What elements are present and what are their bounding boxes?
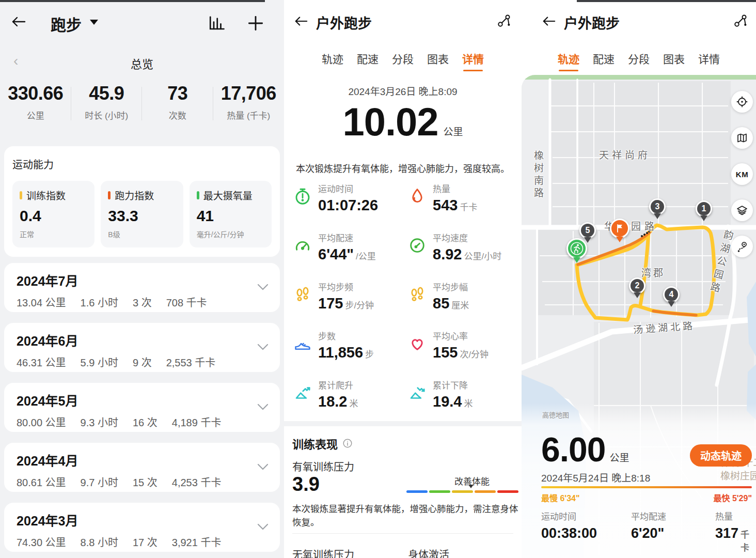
tab-pace[interactable]: 配速 — [593, 51, 615, 71]
divider — [292, 533, 513, 534]
descent-icon — [408, 383, 427, 402]
tab-pace[interactable]: 配速 — [357, 51, 379, 71]
totals-summary: 330.66 公里 45.9 时长 (小时) 73 次数 17,706 热量 (… — [0, 83, 284, 121]
month-card-april[interactable]: 2024年4月 80.61 公里9.7 小时15 次4,253 千卡 — [4, 443, 280, 492]
map-label-road-left: 橡树南路 — [531, 150, 545, 200]
exercise-ability-card: 运动能力 训练指数 0.4 正常 跑力指数 33.3 B级 最大摄氧量 41 毫… — [4, 146, 280, 257]
back-arrow-icon[interactable] — [293, 14, 309, 28]
km-marker-1: 1 — [696, 200, 712, 217]
stat-avg-speed: 平均速度 8.92公里/小时 — [403, 231, 517, 280]
stat-avg-pace: 平均配速 6'44"/公里 — [288, 231, 403, 280]
total-count: 73 次数 — [142, 83, 213, 121]
map-attribution: 高德地图 — [542, 410, 569, 420]
track-stat-duration: 运动时间 00:38:00 — [541, 509, 599, 541]
share-icon[interactable] — [733, 13, 748, 28]
tab-details[interactable]: 详情 — [698, 51, 720, 71]
page-title[interactable]: 跑步 — [51, 12, 82, 35]
locate-icon[interactable] — [731, 91, 753, 113]
overview-title: 总览 — [131, 58, 153, 71]
green-pill-icon — [197, 191, 199, 199]
tab-track[interactable]: 轨迹 — [322, 51, 343, 71]
start-runner-marker — [566, 238, 587, 259]
panel-track-map: 户外跑步 轨迹 配速 分段 图表 详情 — [522, 0, 756, 558]
stat-avg-stride: 平均步幅 85厘米 — [403, 280, 517, 329]
stat-total-ascent: 累计爬升 18.2米 — [288, 378, 403, 427]
session-summary-text: 本次锻炼提升有氧体能，增强心肺能力，强度较高。 — [288, 161, 517, 175]
back-arrow-icon[interactable] — [10, 14, 27, 29]
tab-segments[interactable]: 分段 — [392, 51, 414, 71]
back-arrow-icon[interactable] — [541, 14, 557, 28]
map-style-icon[interactable] — [731, 127, 753, 149]
ascent-icon — [293, 383, 312, 402]
unit-km-button[interactable]: KM — [731, 163, 753, 185]
total-duration: 45.9 时长 (小时) — [71, 83, 143, 121]
route-overview-icon[interactable] — [731, 236, 753, 257]
chevron-down-icon[interactable] — [90, 20, 98, 25]
share-icon[interactable] — [497, 13, 511, 28]
tab-segments[interactable]: 分段 — [628, 51, 650, 71]
speed-gauge-icon — [408, 236, 427, 255]
stat-duration: 运动时间 01:07:26 — [288, 182, 403, 231]
training-performance-header: 训练表现 — [292, 435, 353, 452]
amber-pill-icon — [20, 191, 22, 199]
ability-training-index[interactable]: 训练指数 0.4 正常 — [12, 181, 94, 247]
stat-calories: 热量 543千卡 — [403, 182, 517, 231]
ability-vo2max[interactable]: 最大摄氧量 41 毫升/公斤/分钟 — [190, 181, 272, 247]
pace-gradient-bar — [541, 486, 752, 488]
track-date: 2024年5月24日 晚上8:18 — [541, 470, 650, 484]
track-stat-calories: 热量 317千卡 — [715, 509, 756, 553]
plus-icon[interactable] — [246, 13, 265, 33]
track-stat-pace: 平均配速 6'20" — [631, 509, 666, 541]
ability-running-index[interactable]: 跑力指数 33.3 B级 — [101, 181, 183, 247]
status-bar-remnant — [0, 0, 265, 2]
chevron-down-icon[interactable] — [257, 344, 269, 350]
chevron-down-icon[interactable] — [257, 284, 269, 290]
pace-min-max-row: 最慢 6'34" 最快 5'29" — [541, 491, 752, 504]
body-activation-label: 身体激活 — [408, 547, 449, 558]
app-screenshot: 跑步 ‹ 总览 330.66 公里 45.9 时长 (小时) 73 次数 — [0, 0, 756, 558]
tab-charts[interactable]: 图表 — [427, 51, 449, 71]
tab-track[interactable]: 轨迹 — [558, 51, 579, 71]
layers-icon[interactable] — [731, 199, 753, 221]
chevron-down-icon[interactable] — [257, 523, 269, 530]
info-icon[interactable] — [342, 438, 353, 449]
stopwatch-icon — [293, 187, 312, 206]
map-control-column: KM — [731, 91, 753, 257]
finish-flag-marker — [610, 219, 629, 238]
km-marker-4: 4 — [663, 286, 680, 303]
orange-pill-icon — [108, 191, 111, 199]
dynamic-track-button[interactable]: 动态轨迹 — [690, 444, 752, 467]
month-card-may[interactable]: 2024年5月 80.00 公里9.3 小时16 次4,189 千卡 — [4, 383, 280, 432]
training-description: 本次锻炼显著提升有氧体能，增强心肺能力，需注意身体恢复。 — [292, 502, 518, 530]
chevron-down-icon[interactable] — [257, 404, 269, 410]
aerobic-stress-value: 3.9 — [292, 473, 320, 495]
bar-chart-icon[interactable] — [208, 13, 226, 32]
chevron-down-icon[interactable] — [257, 463, 269, 470]
slowest-pace: 最慢 6'34" — [541, 491, 580, 504]
month-card-july[interactable]: 2024年7月 13.04 公里1.6 小时3 次708 千卡 — [4, 263, 280, 312]
stat-total-descent: 累计下降 19.4米 — [403, 378, 517, 427]
route-map[interactable]: 天祥尚府 橡树南路 华师园路 湾郡 韵湖公园路 汤逊湖北路 1 2 3 4 5 — [522, 75, 756, 558]
stress-pointer-icon — [468, 485, 474, 488]
track-tabbar: 轨迹 配速 分段 图表 详情 — [522, 51, 756, 71]
map-label-estate-mid: 湾郡 — [641, 265, 665, 279]
ability-title: 运动能力 — [12, 157, 272, 172]
stat-avg-cadence: 平均步频 175步/分钟 — [288, 280, 403, 329]
km-marker-2: 2 — [629, 277, 645, 294]
month-card-march[interactable]: 2024年3月 74.30 公里8.8 小时17 次3,921 千卡 — [4, 503, 280, 552]
tab-charts[interactable]: 图表 — [663, 51, 685, 71]
tab-details[interactable]: 详情 — [462, 51, 484, 71]
chevron-left-icon[interactable]: ‹ — [13, 54, 18, 68]
cadence-footprints-icon — [293, 285, 312, 304]
month-list: 2024年7月 13.04 公里1.6 小时3 次708 千卡 2024年6月 … — [4, 263, 280, 552]
status-bar-remnant — [577, 0, 756, 2]
km-marker-5: 5 — [579, 222, 596, 239]
session-stats-grid: 运动时间 01:07:26 热量 543千卡 平均配速 6'44"/公里 平均速… — [288, 182, 517, 427]
stride-footprints-icon — [408, 285, 427, 304]
session-date: 2024年3月26日 晚上8:09 — [284, 84, 522, 98]
km-marker-3: 3 — [649, 198, 666, 215]
map-label-estate: 天祥尚府 — [599, 147, 651, 161]
total-calories: 17,706 热量 (千卡) — [213, 83, 285, 121]
month-card-june[interactable]: 2024年6月 46.31 公里5.9 小时9 次2,553 千卡 — [4, 323, 280, 372]
stress-scale-bar — [406, 490, 518, 493]
